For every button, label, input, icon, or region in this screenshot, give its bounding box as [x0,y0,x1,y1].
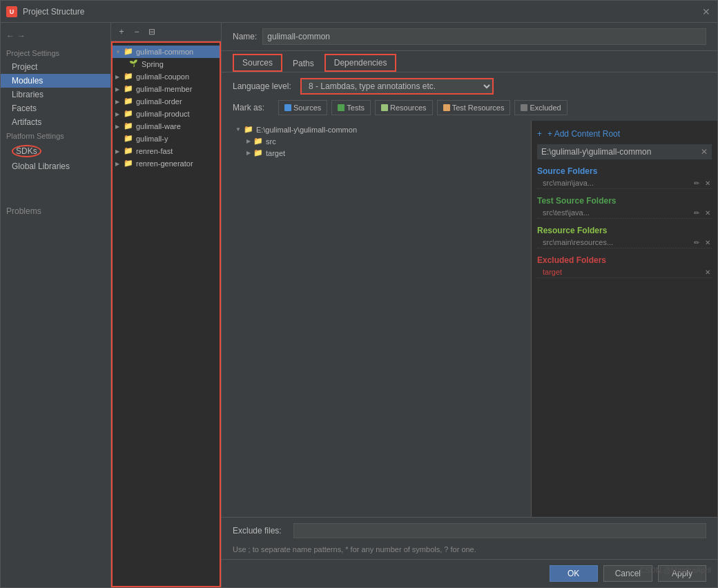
content-root-close-icon[interactable]: ✕ [701,147,708,157]
mark-as-label: Mark as: [233,103,274,112]
test-source-folder-edit-button[interactable]: ✏ [692,209,701,217]
forward-arrow[interactable]: → [17,31,26,41]
sources-dot [284,104,291,111]
sidebar-item-problems[interactable]: Problems [1,201,110,222]
sdks-circle-highlight: SDKs [12,145,41,157]
excluded-folders-section: Excluded Folders target ✕ [537,254,712,278]
test-source-folder-path: src\test\java... [543,208,692,217]
language-level-select[interactable]: 8 - Lambdas, type annotations etc. [300,78,494,95]
resource-folder-path: src\main\resources... [543,238,692,246]
target-folder-icon: 📁 [253,148,263,157]
project-settings-title: Project Settings [1,46,110,60]
content-root-item[interactable]: ▼ 📁 E:\gulimall-y\gulimall-common [233,124,520,135]
tests-dot [338,104,345,111]
back-arrow[interactable]: ← [6,31,14,41]
tab-dependencies[interactable]: Dependencies [324,54,397,72]
resource-folder-entry: src\main\resources... ✏ ✕ [537,237,712,248]
right-panel: + + Add Content Root E:\gulimall-y\gulim… [531,121,717,517]
sidebar-item-project[interactable]: Project [1,60,110,74]
add-module-button[interactable]: + [115,26,128,38]
tabs-bar: Sources Paths Dependencies [222,51,717,72]
tree-item-gulimall-common[interactable]: ▼ 📁 gulimall-common [113,46,220,58]
source-folder-actions: ✏ ✕ [692,179,712,187]
sidebar-item-facets[interactable]: Facets [1,101,110,115]
resource-folder-edit-button[interactable]: ✏ [692,239,701,246]
resource-folders-section: Resource Folders src\main\resources... ✏… [537,224,712,248]
tree-item-gulimall-coupon[interactable]: ▶ 📁 gulimall-coupon [113,70,220,83]
module-header: Name: [222,23,717,51]
src-folder-icon: 📁 [253,137,263,146]
tree-item-gulimall-product[interactable]: ▶ 📁 gulimall-product [113,108,220,120]
name-label: Name: [233,32,257,41]
excluded-folder-actions: ✕ [704,268,712,276]
excluded-folder-path: target [543,268,704,276]
language-level-label: Language level: [233,81,295,91]
title-bar: U Project Structure ✕ [1,1,717,23]
source-folder-path: src\main\java... [543,179,692,187]
platform-settings-title: Platform Settings [1,129,110,143]
sidebar-item-global-libraries[interactable]: Global Libraries [1,159,110,173]
tab-sources[interactable]: Sources [233,54,282,72]
sidebar: ← → Project Settings Project Modules Lib… [1,23,111,587]
source-folders-title: Source Folders [537,165,712,177]
src-label: src [266,137,276,146]
tree-item-gulimall-ware[interactable]: ▶ 📁 gulimall-ware [113,120,220,133]
mark-excluded-button[interactable]: Excluded [514,100,567,115]
module-tree: ▼ 📁 gulimall-common 🌱 Spring ▶ 📁 gulimal… [111,41,221,587]
tree-item-gulimall-y[interactable]: ▶ 📁 gulimall-y [113,133,220,145]
remove-module-button[interactable]: − [130,26,143,38]
content-tree: ▼ 📁 E:\gulimall-y\gulimall-common ▶ 📁 sr… [222,121,531,517]
source-folders-section: Source Folders src\main\java... ✏ ✕ [537,165,712,189]
module-toolbar: + − ⊟ [111,23,221,41]
sidebar-item-modules[interactable]: Modules [1,74,110,88]
source-folder-delete-button[interactable]: ✕ [704,179,712,187]
tab-paths[interactable]: Paths [284,55,323,71]
watermark: CSDN @MatchaApril [640,566,711,574]
add-content-root-button[interactable]: + + Add Content Root [537,126,712,141]
resources-dot [381,104,388,111]
test-resources-dot [443,104,450,111]
content-root-header: E:\gulimall-y\gulimall-common ✕ [537,144,712,159]
mark-test-resources-button[interactable]: Test Resources [437,100,511,115]
tree-item-src[interactable]: ▶ 📁 src [233,135,520,147]
main-area: Name: Sources Paths Dependencies La [222,23,717,587]
sidebar-item-artifacts[interactable]: Artifacts [1,115,110,129]
tree-item-renren-fast[interactable]: ▶ 📁 renren-fast [113,145,220,157]
project-structure-dialog: U Project Structure ✕ ← → Project Settin… [0,0,718,588]
sidebar-item-libraries[interactable]: Libraries [1,88,110,101]
content-root-arrow: ▼ [235,126,241,133]
tree-item-gulimall-member[interactable]: ▶ 📁 gulimall-member [113,83,220,95]
exclude-files-hint: Use ; to separate name patterns, * for a… [222,544,717,559]
resource-folder-delete-button[interactable]: ✕ [704,239,712,246]
tree-item-renren-generator[interactable]: ▶ 📁 renren-generator [113,157,220,170]
mark-resources-button[interactable]: Resources [375,100,433,115]
ok-button[interactable]: OK [550,565,598,582]
test-source-folder-entry: src\test\java... ✏ ✕ [537,207,712,219]
src-arrow: ▶ [246,138,251,144]
tree-item-gulimall-order[interactable]: ▶ 📁 gulimall-order [113,95,220,108]
excluded-folder-entry: target ✕ [537,266,712,278]
exclude-files-label: Exclude files: [233,526,288,536]
mark-tests-button[interactable]: Tests [331,100,371,115]
sidebar-item-sdks[interactable]: SDKs [1,143,110,159]
excluded-folders-title: Excluded Folders [537,254,712,266]
module-panel: + − ⊟ ▼ 📁 gulimall-common 🌱 Spring ▶ [111,23,222,587]
mark-sources-button[interactable]: Sources [278,100,327,115]
resource-folder-actions: ✏ ✕ [692,239,712,246]
test-source-folder-actions: ✏ ✕ [692,209,712,217]
close-button[interactable]: ✕ [701,6,712,17]
nav-arrows: ← → [1,28,110,46]
test-source-folders-section: Test Source Folders src\test\java... ✏ ✕ [537,195,712,219]
content-root-path: E:\gulimall-y\gulimall-common [256,126,357,134]
tree-item-target[interactable]: ▶ 📁 target [233,147,520,159]
source-folder-entry: src\main\java... ✏ ✕ [537,177,712,189]
tree-item-spring[interactable]: 🌱 Spring [113,58,220,70]
exclude-files-input[interactable] [293,523,706,538]
source-folder-edit-button[interactable]: ✏ [692,179,701,187]
copy-module-button[interactable]: ⊟ [146,26,158,38]
name-input[interactable] [262,28,706,45]
app-icon: U [6,6,17,17]
exclude-files-row: Exclude files: [222,517,717,544]
test-source-folder-delete-button[interactable]: ✕ [704,209,712,217]
excluded-folder-delete-button[interactable]: ✕ [704,268,712,276]
